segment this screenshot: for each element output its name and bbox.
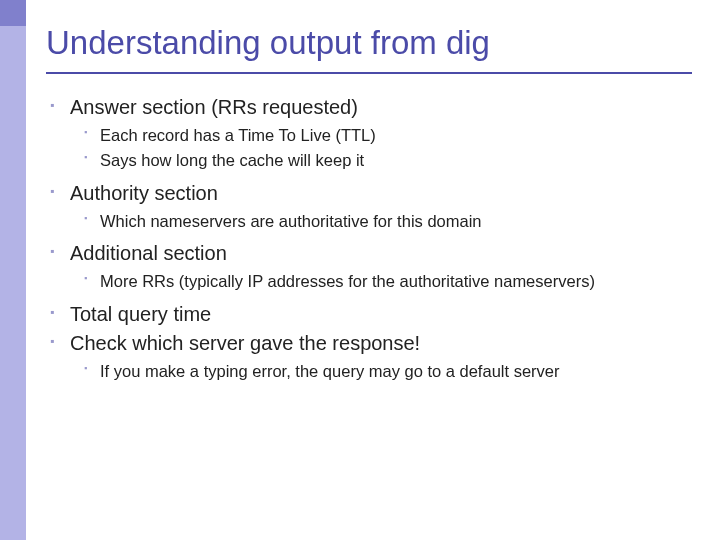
sub-bullet-list: Each record has a Time To Live (TTL) Say… [70, 125, 692, 172]
sub-bullet-item: If you make a typing error, the query ma… [70, 361, 692, 382]
sub-bullet-item: Each record has a Time To Live (TTL) [70, 125, 692, 146]
sub-bullet-item: Which nameservers are authoritative for … [70, 211, 692, 232]
sub-bullet-item: Says how long the cache will keep it [70, 150, 692, 171]
bullet-text: Authority section [70, 182, 218, 204]
sub-bullet-list: If you make a typing error, the query ma… [70, 361, 692, 382]
bullet-text: Additional section [70, 242, 227, 264]
bullet-text: Total query time [70, 303, 211, 325]
bullet-item: Check which server gave the response! If… [46, 332, 692, 382]
bullet-text: Check which server gave the response! [70, 332, 420, 354]
bullet-item: Total query time [46, 303, 692, 326]
sub-bullet-list: More RRs (typically IP addresses for the… [70, 271, 692, 292]
bullet-item: Authority section Which nameservers are … [46, 182, 692, 232]
bullet-list: Answer section (RRs requested) Each reco… [46, 96, 692, 382]
slide-title: Understanding output from dig [46, 24, 692, 62]
sub-bullet-list: Which nameservers are authoritative for … [70, 211, 692, 232]
title-underline [46, 72, 692, 74]
bullet-item: Additional section More RRs (typically I… [46, 242, 692, 292]
corner-accent-square [0, 0, 26, 26]
left-accent-bar [0, 0, 26, 540]
sub-bullet-item: More RRs (typically IP addresses for the… [70, 271, 692, 292]
slide-content: Understanding output from dig Answer sec… [26, 0, 720, 540]
bullet-item: Answer section (RRs requested) Each reco… [46, 96, 692, 172]
bullet-text: Answer section (RRs requested) [70, 96, 358, 118]
